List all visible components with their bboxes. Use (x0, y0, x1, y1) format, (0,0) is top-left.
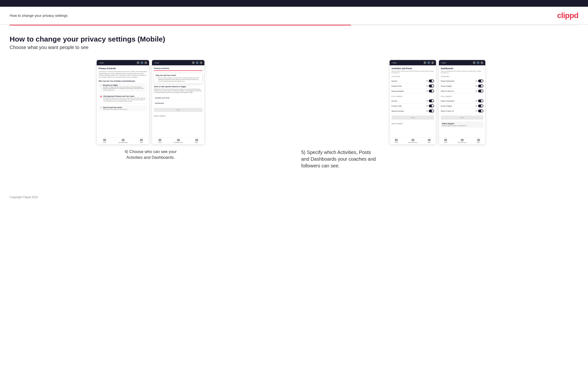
save-button-4[interactable]: Save (441, 116, 483, 120)
help-support-title: Help & Support (442, 123, 482, 125)
toggle-player-dash-followers: Player Dashboard ON (441, 99, 483, 103)
nav-home-1[interactable]: Home (103, 139, 106, 143)
search-icon-4[interactable]: 🔍 (473, 61, 476, 64)
nav-performance-4[interactable]: My Performance (458, 139, 467, 143)
page-subheading: Choose what you want people to see (10, 45, 578, 50)
menu-activities[interactable]: Activities and Posts › (154, 95, 202, 101)
person-icon-3[interactable]: 👤 (427, 61, 430, 64)
settings-icon-3[interactable]: ⚙ (431, 61, 434, 64)
menu-icon-1 (140, 139, 143, 141)
screens-1-2: < Back 🔍 👤 ⚙ Privacy Controls Control ho… (96, 60, 205, 145)
person-icon-2[interactable]: 👤 (196, 61, 199, 64)
nav-icons-1: 🔍 👤 ⚙ (137, 61, 147, 64)
radio-circle-coach (100, 107, 102, 109)
radio-option-followers[interactable]: Only Approved Followers and Your Coach O… (99, 94, 147, 103)
show-hide-title: Show or hide specific features in Clippd (154, 86, 202, 87)
copyright: Copyright Clippd 2022 (10, 195, 38, 199)
toggle-player-dash-coaches: Player Dashboard ON (441, 79, 483, 83)
radio-circle-followers (100, 96, 102, 98)
nav-menu-2[interactable]: Menu (195, 139, 199, 143)
toggle-rounds-followers-switch[interactable] (429, 100, 434, 102)
toggle-manual-followers-switch[interactable] (429, 109, 434, 112)
nav-back-2[interactable]: < Back (154, 62, 159, 64)
toggle-player-dash-followers-switch[interactable] (478, 100, 483, 102)
top-bar (0, 0, 588, 7)
screenshots-row: < Back 🔍 👤 ⚙ Privacy Controls Control ho… (10, 60, 578, 169)
radio-text-everyone: Everyone on Clippd Everyone on Clippd ca… (103, 84, 146, 91)
menu-icon-3 (428, 139, 431, 141)
bottom-nav-2: Home My Performance Menu (152, 137, 204, 144)
screen-3: < Back 🔍 👤 ⚙ Activities and Posts Select… (389, 60, 436, 145)
header-title: How to change your privacy settings (10, 13, 68, 17)
nav-back-4[interactable]: < Back (441, 62, 446, 64)
bottom-nav-1: Home My Performance Menu (97, 137, 149, 144)
save-button-2[interactable]: Save (154, 108, 202, 112)
performance-icon-2 (177, 139, 180, 141)
logo: clippd (557, 11, 578, 20)
menu-icon-2 (195, 139, 198, 141)
radio-option-everyone[interactable]: Everyone on Clippd Everyone on Clippd ca… (99, 83, 147, 92)
toggle-work-on-followers-switch[interactable] (478, 109, 483, 112)
nav-performance-2[interactable]: My Performance (174, 139, 183, 143)
save-button-3[interactable]: Save (391, 116, 434, 120)
popup-box: Only You and Your Coach Only you and the… (154, 73, 202, 84)
home-icon-4 (444, 139, 447, 141)
person-icon[interactable]: 👤 (140, 61, 143, 64)
radio-text-coach: Only You and Your Coach Only you and the… (103, 107, 128, 110)
settings-icon-4[interactable]: ⚙ (481, 61, 483, 64)
caption-5: 5) Specify which Activities, Posts and D… (296, 149, 376, 169)
toggle-manual-coaches-switch[interactable] (429, 90, 434, 92)
toggle-work-on-coaches-switch[interactable] (478, 90, 483, 92)
settings-icon[interactable]: ⚙ (144, 61, 147, 64)
menu-dashboards[interactable]: Dashboards › (154, 101, 202, 106)
nav-menu-1[interactable]: Menu (140, 139, 143, 143)
toggle-round-insights-followers: Round Insights ON (441, 103, 483, 108)
nav-home-2[interactable]: Home (158, 139, 161, 143)
help-support-box: Help & Support Visit our Clippd communit… (441, 122, 483, 127)
phone-nav-4: < Back 🔍 👤 ⚙ (439, 60, 485, 65)
nav-menu-3[interactable]: Menu (428, 139, 431, 143)
acts-desc: Select the types of activity that you'd … (391, 70, 434, 74)
phone-nav-2: < Back 🔍 👤 ⚙ (152, 60, 204, 65)
toggle-manual-followers: Manual Activities ON (391, 108, 434, 114)
toggle-drills-coaches-switch[interactable] (429, 84, 434, 87)
search-icon-2[interactable]: 🔍 (192, 61, 195, 64)
screen-2-content: Privacy Controls Only You and Your Coach… (152, 65, 204, 137)
screen-2: < Back 🔍 👤 ⚙ Privacy Controls Only You a… (152, 60, 205, 145)
toggle-manual-coaches: Manual Activities ON (391, 89, 434, 94)
bottom-nav-4: Home My Performance Menu (439, 137, 485, 144)
toggle-player-dash-coaches-switch[interactable] (478, 80, 483, 82)
group-1: < Back 🔍 👤 ⚙ Privacy Controls Control ho… (10, 60, 292, 169)
screens-3-4: < Back 🔍 👤 ⚙ Activities and Posts Select… (389, 60, 485, 145)
dash-desc: Select the dashboards that you'd like to… (441, 70, 483, 74)
toggle-drills-followers-switch[interactable] (429, 104, 434, 107)
nav-back-3[interactable]: < Back (391, 62, 397, 64)
radio-option-coach[interactable]: Only You and Your Coach Only you and the… (99, 105, 147, 111)
toggle-round-insights-coaches-switch[interactable] (478, 84, 483, 87)
privacy-controls-tab[interactable]: Privacy Controls (154, 67, 202, 71)
radio-circle-everyone (100, 84, 102, 86)
phone-nav-3: < Back 🔍 👤 ⚙ (389, 60, 436, 65)
nav-performance-3[interactable]: My Performance (408, 139, 417, 143)
menu-icon-4 (477, 139, 480, 141)
toggle-rounds-coaches: Rounds ON (391, 79, 434, 83)
toggle-rounds-coaches-switch[interactable] (429, 80, 434, 82)
search-icon[interactable]: 🔍 (137, 61, 139, 64)
popup-desc: Only you and the coaches you connect wit… (158, 77, 201, 82)
followers-label-4: FOLLOWERS (441, 96, 483, 97)
settings-icon-2[interactable]: ⚙ (200, 61, 202, 64)
search-icon-3[interactable]: 🔍 (424, 61, 426, 64)
nav-home-4[interactable]: Home (444, 139, 447, 143)
performance-icon-1 (122, 139, 125, 141)
coaches-label-4: COACHES (441, 76, 483, 77)
nav-menu-4[interactable]: Menu (477, 139, 480, 143)
person-icon-4[interactable]: 👤 (477, 61, 480, 64)
nav-performance-1[interactable]: My Performance (119, 139, 128, 143)
nav-home-3[interactable]: Home (395, 139, 398, 143)
popup-radio-circle (156, 77, 157, 79)
nav-back-1[interactable]: < Back (99, 62, 104, 64)
toggle-round-insights-followers-switch[interactable] (478, 104, 483, 107)
page-heading: How to change your privacy settings (Mob… (10, 35, 578, 43)
home-icon-2 (158, 139, 161, 141)
header: How to change your privacy settings clip… (0, 7, 588, 25)
